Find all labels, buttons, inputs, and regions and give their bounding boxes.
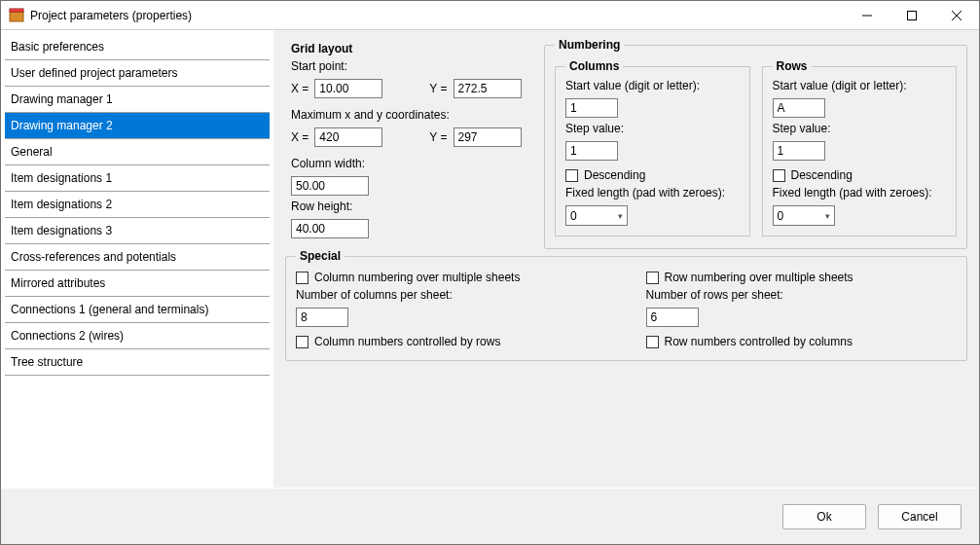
columns-group: Columns Start value (digit or letter): S… [555,59,750,236]
start-y-input[interactable] [454,79,522,98]
max-x-input[interactable] [314,127,382,147]
checkbox-icon [565,169,578,182]
row-fixed-select[interactable]: 0 ▾ [773,205,835,226]
rows-group: Rows Start value (digit or letter): Step… [762,59,958,236]
svg-rect-1 [10,9,23,12]
window: Project parameters (properties) Basic pr… [0,0,980,545]
sidebar-item[interactable]: Connections 1 (general and terminals) [5,297,270,323]
checkbox-icon [296,336,309,348]
sidebar: Basic preferencesUser defined project pa… [1,30,273,488]
main-panel: Grid layout Start point: X = Y = Maximum… [273,30,979,488]
row-step-label: Step value: [773,122,947,135]
close-button[interactable] [934,1,979,29]
special-group: Special Column numbering over multiple s… [285,249,967,361]
row-fixed-label: Fixed length (pad with zeroes): [773,186,947,200]
row-step-input[interactable] [773,141,825,161]
sidebar-item[interactable]: User defined project parameters [5,60,270,87]
y-label: Y = [429,82,447,95]
rows-per-label: Number of rows per sheet: [646,288,958,302]
col-fixed-value: 0 [570,209,577,223]
row-desc-label: Descending [791,168,853,182]
columns-title: Columns [565,59,623,73]
start-point-label: Start point: [291,59,528,73]
sidebar-item[interactable]: General [5,139,270,165]
row-by-cols-label: Row numbers controlled by columns [665,335,853,348]
checkbox-icon [773,169,785,182]
col-by-rows-label: Column numbers controlled by rows [314,335,500,348]
max-label: Maximum x and y coordinates: [291,108,528,122]
col-step-input[interactable] [565,141,618,161]
sidebar-item[interactable]: Item designations 3 [5,218,270,244]
col-descending-checkbox[interactable]: Descending [565,168,740,182]
col-fixed-label: Fixed length (pad with zeroes): [565,186,740,200]
cols-per-label: Number of columns per sheet: [296,288,607,302]
col-desc-label: Descending [584,168,645,182]
row-height-input[interactable] [291,219,369,238]
grid-layout-panel: Grid layout Start point: X = Y = Maximum… [285,38,534,249]
row-multi-label: Row numbering over multiple sheets [665,271,853,284]
col-fixed-select[interactable]: 0 ▾ [565,205,628,226]
sidebar-item[interactable]: Mirrored attributes [5,271,270,297]
sidebar-item[interactable]: Cross-references and potentials [5,244,270,271]
rows-per-input[interactable] [646,308,699,327]
y-label-2: Y = [429,130,447,144]
checkbox-icon [296,272,309,284]
grid-title: Grid layout [291,42,528,55]
rows-title: Rows [773,59,812,73]
row-multi-checkbox[interactable]: Row numbering over multiple sheets [646,271,958,284]
sidebar-item[interactable]: Basic preferences [5,34,270,60]
sidebar-item[interactable]: Item designations 1 [5,165,270,192]
col-width-input[interactable] [291,176,369,196]
col-multi-label: Column numbering over multiple sheets [314,271,520,284]
svg-rect-3 [908,11,917,19]
app-icon [9,8,24,23]
rowh-label: Row height: [291,200,528,213]
col-multi-checkbox[interactable]: Column numbering over multiple sheets [296,271,607,284]
colw-label: Column width: [291,157,528,170]
checkbox-icon [646,272,659,284]
row-start-input[interactable] [773,98,825,118]
svg-rect-0 [10,12,23,21]
x-label-2: X = [291,130,309,144]
col-step-label: Step value: [565,122,740,135]
row-start-label: Start value (digit or letter): [773,79,947,92]
max-y-input[interactable] [454,127,522,147]
col-by-rows-checkbox[interactable]: Column numbers controlled by rows [296,335,607,348]
cols-per-input[interactable] [296,308,348,327]
minimize-button[interactable] [845,1,889,29]
row-descending-checkbox[interactable]: Descending [773,168,947,182]
footer: Ok Cancel [1,488,979,544]
chevron-down-icon: ▾ [618,211,623,221]
col-start-input[interactable] [565,98,618,118]
checkbox-icon [646,336,659,348]
sidebar-item[interactable]: Item designations 2 [5,192,270,218]
special-title: Special [296,249,345,263]
ok-button[interactable]: Ok [782,504,866,529]
sidebar-item[interactable]: Drawing manager 2 [5,113,270,139]
sidebar-item[interactable]: Drawing manager 1 [5,87,270,113]
row-by-cols-checkbox[interactable]: Row numbers controlled by columns [646,335,958,348]
start-x-input[interactable] [314,79,382,98]
titlebar: Project parameters (properties) [1,1,979,30]
numbering-group: Numbering Columns Start value (digit or … [544,38,967,249]
numbering-title: Numbering [555,38,624,52]
window-title: Project parameters (properties) [30,9,845,22]
x-label: X = [291,82,309,95]
cancel-button[interactable]: Cancel [878,504,962,529]
sidebar-item[interactable]: Connections 2 (wires) [5,323,270,349]
maximize-button[interactable] [889,1,934,29]
row-fixed-value: 0 [778,209,784,223]
col-start-label: Start value (digit or letter): [565,79,740,92]
chevron-down-icon: ▾ [825,211,830,221]
sidebar-item[interactable]: Tree structure [5,349,270,376]
